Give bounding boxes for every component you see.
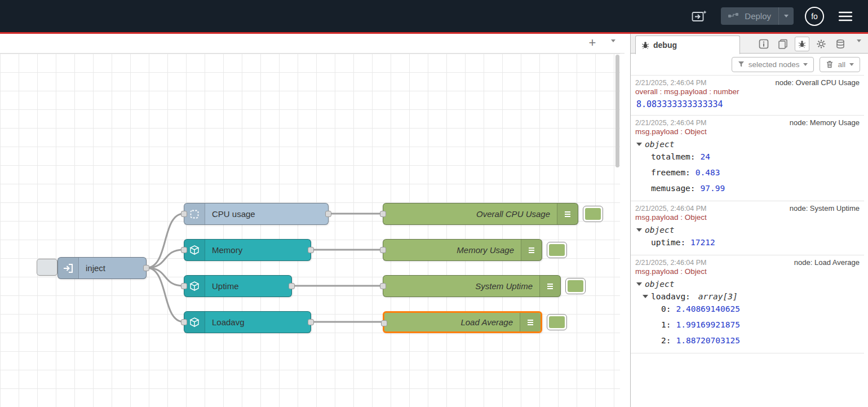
cube-icon [184,240,205,260]
inject-trigger-button[interactable] [37,259,57,276]
input-port[interactable] [380,283,386,289]
debug-list-icon [520,313,541,331]
node-debug-uptime[interactable]: System Uptime [383,275,561,297]
message-timestamp: 2/21/2025, 2:46:04 PM [635,79,706,87]
input-port[interactable] [181,319,187,325]
node-debug-loadavg[interactable]: Load Average [383,311,542,333]
input-port[interactable] [380,247,386,253]
assistant-icon[interactable] [689,7,710,25]
output-port[interactable] [308,247,314,253]
entry-key: uptime: [651,238,685,247]
object-expander-row[interactable]: object [635,222,860,235]
tab-debug[interactable]: debug [635,36,740,54]
message-timestamp: 2/21/2025, 2:46:04 PM [635,205,706,213]
message-source-node[interactable]: node: Load Average [794,258,860,267]
output-port[interactable] [308,319,314,325]
sidebar-options-caret[interactable] [857,42,861,52]
message-property: msg.payload : Object [635,127,860,136]
bug-icon [641,41,649,49]
debug-enable-toggle[interactable] [565,278,586,294]
main-menu-icon[interactable] [835,7,856,25]
workspace-tabstrip: + [0,34,625,54]
avatar-initials: fo [811,12,818,21]
add-flow-button[interactable]: + [585,36,600,50]
deploy-label: Deploy [745,11,771,21]
node-label: Load Average [384,313,520,331]
debug-filter-row: selected nodes all [631,54,868,75]
node-loadavg[interactable]: Loadavg [184,311,311,333]
debug-message[interactable]: 2/21/2025, 2:46:04 PM node: Load Average… [631,255,864,353]
debug-enable-toggle[interactable] [547,242,567,258]
collapse-triangle-icon[interactable] [636,143,642,146]
wire[interactable] [147,250,184,268]
gear-icon[interactable] [814,37,829,51]
object-expander-row[interactable]: object [635,136,860,149]
output-port[interactable] [143,265,149,271]
array-entry: 0:2.40869140625 [635,301,860,317]
chevron-down-icon [857,39,861,52]
object-entry: freemem:0.483 [635,165,860,180]
chevron-down-icon [611,39,615,52]
node-label: Overall CPU Usage [383,203,557,224]
message-property: msg.payload : Object [635,213,860,222]
toggle-fill [585,208,601,220]
collapse-triangle-icon[interactable] [636,228,642,232]
debug-message-list[interactable]: 2/21/2025, 2:46:04 PM node: Overall CPU … [631,75,864,407]
collapse-triangle-icon[interactable] [636,282,642,286]
collapse-triangle-icon[interactable] [643,295,648,298]
debug-tab-icon[interactable] [795,37,809,51]
help-pages-icon[interactable] [776,37,790,51]
user-avatar[interactable]: fo [805,7,824,26]
output-port[interactable] [289,283,295,289]
entry-value: 17212 [690,238,715,247]
debug-message[interactable]: 2/21/2025, 2:46:04 PM node: System Uptim… [631,201,864,255]
array-expander-row[interactable]: loadavg: array[3] [635,289,860,301]
deploy-button[interactable]: Deploy [721,7,794,25]
object-entry: memusage:97.99 [635,180,860,196]
entry-value: 1.88720703125 [676,336,740,345]
node-inject[interactable]: inject [57,257,147,279]
input-port[interactable] [380,211,386,217]
message-source-node[interactable]: node: Overall CPU Usage [775,78,860,87]
debug-message[interactable]: 2/21/2025, 2:46:04 PM node: Overall CPU … [631,76,864,116]
object-entry: totalmem:24 [635,149,860,165]
inject-arrow-icon [58,258,79,278]
debug-enable-toggle[interactable] [547,314,567,330]
message-source-node[interactable]: node: System Uptime [790,204,860,213]
debug-message[interactable]: 2/21/2025, 2:46:04 PM node: Memory Usage… [631,116,864,201]
chevron-down-icon [849,63,854,66]
deploy-options-caret[interactable] [778,7,794,25]
node-memory[interactable]: Memory [184,239,311,261]
clear-messages-button[interactable]: all [820,57,860,72]
entry-key: freemem: [651,168,690,177]
node-uptime[interactable]: Uptime [184,275,292,297]
object-expander-row[interactable]: object [635,276,860,289]
entry-key: 1: [661,320,671,329]
node-cpu-usage[interactable]: CPU usage [184,203,329,225]
debug-enable-toggle[interactable] [583,206,603,222]
canvas-vertical-scrollbar[interactable] [615,55,619,167]
filter-nodes-button[interactable]: selected nodes [732,57,814,72]
output-port[interactable] [325,211,331,217]
clear-label: all [838,60,845,69]
node-debug-memory[interactable]: Memory Usage [383,239,542,261]
info-icon[interactable] [756,37,771,51]
node-label: Uptime [205,276,291,297]
flow-list-caret[interactable] [611,42,615,52]
context-database-icon[interactable] [833,37,848,51]
input-port[interactable] [181,283,187,289]
entry-value: 0.483 [696,168,720,177]
flow-canvas[interactable]: inject CPU usage Memory Uptime [0,54,620,407]
wire[interactable] [147,268,184,286]
node-label: Memory [205,240,311,260]
input-port[interactable] [381,320,387,326]
wire-layer [0,54,620,407]
input-port[interactable] [181,211,187,217]
toggle-fill [549,316,565,328]
sidebar-toolbar [756,36,848,51]
node-debug-overall-cpu[interactable]: Overall CPU Usage [383,203,578,225]
message-source-node[interactable]: node: Memory Usage [790,118,860,127]
entry-value: 24 [701,152,710,161]
message-timestamp: 2/21/2025, 2:46:04 PM [635,119,706,127]
input-port[interactable] [181,247,187,253]
